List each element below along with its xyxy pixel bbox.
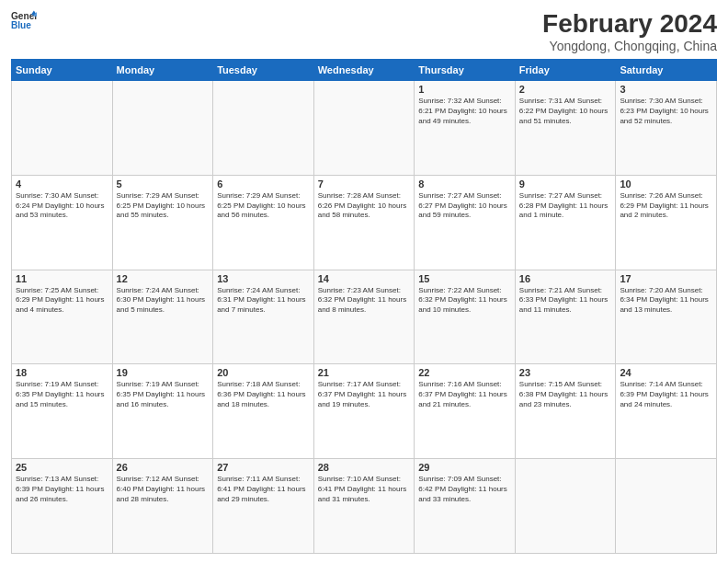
day-cell: 6Sunrise: 7:29 AM Sunset: 6:25 PM Daylig… — [213, 175, 314, 270]
day-cell: 23Sunrise: 7:15 AM Sunset: 6:38 PM Dayli… — [515, 364, 616, 459]
day-cell: 24Sunrise: 7:14 AM Sunset: 6:39 PM Dayli… — [616, 364, 717, 459]
day-cell: 16Sunrise: 7:21 AM Sunset: 6:33 PM Dayli… — [515, 270, 616, 364]
day-number: 10 — [620, 178, 712, 190]
day-cell: 26Sunrise: 7:12 AM Sunset: 6:40 PM Dayli… — [112, 459, 213, 554]
day-info: Sunrise: 7:32 AM Sunset: 6:21 PM Dayligh… — [418, 97, 511, 126]
week-row-2: 4Sunrise: 7:30 AM Sunset: 6:24 PM Daylig… — [12, 175, 717, 270]
day-cell — [515, 459, 616, 554]
header: General Blue February 2024 Yongdong, Cho… — [11, 9, 717, 53]
day-info: Sunrise: 7:30 AM Sunset: 6:23 PM Dayligh… — [620, 97, 712, 126]
page: General Blue February 2024 Yongdong, Cho… — [0, 0, 728, 563]
day-number: 4 — [16, 178, 108, 190]
day-info: Sunrise: 7:20 AM Sunset: 6:34 PM Dayligh… — [620, 286, 712, 316]
svg-text:Blue: Blue — [11, 20, 31, 30]
col-header-tuesday: Tuesday — [213, 60, 314, 81]
calendar-table: SundayMondayTuesdayWednesdayThursdayFrid… — [11, 59, 717, 554]
month-year: February 2024 — [542, 9, 717, 39]
day-info: Sunrise: 7:10 AM Sunset: 6:41 PM Dayligh… — [318, 475, 411, 504]
day-info: Sunrise: 7:19 AM Sunset: 6:35 PM Dayligh… — [16, 380, 108, 409]
day-cell: 15Sunrise: 7:22 AM Sunset: 6:32 PM Dayli… — [415, 270, 516, 364]
day-info: Sunrise: 7:14 AM Sunset: 6:39 PM Dayligh… — [620, 380, 712, 409]
day-number: 25 — [16, 462, 108, 473]
day-info: Sunrise: 7:09 AM Sunset: 6:42 PM Dayligh… — [418, 475, 511, 504]
day-cell: 14Sunrise: 7:23 AM Sunset: 6:32 PM Dayli… — [313, 270, 415, 364]
col-header-sunday: Sunday — [12, 60, 113, 81]
day-cell: 7Sunrise: 7:28 AM Sunset: 6:26 PM Daylig… — [313, 175, 415, 270]
day-cell — [12, 81, 113, 176]
day-info: Sunrise: 7:30 AM Sunset: 6:24 PM Dayligh… — [16, 191, 108, 221]
day-number: 19 — [117, 367, 210, 378]
day-cell — [112, 81, 213, 176]
day-cell: 8Sunrise: 7:27 AM Sunset: 6:27 PM Daylig… — [415, 175, 516, 270]
day-info: Sunrise: 7:12 AM Sunset: 6:40 PM Dayligh… — [117, 475, 210, 504]
day-cell: 22Sunrise: 7:16 AM Sunset: 6:37 PM Dayli… — [415, 364, 516, 459]
day-info: Sunrise: 7:31 AM Sunset: 6:22 PM Dayligh… — [519, 97, 612, 126]
day-cell: 1Sunrise: 7:32 AM Sunset: 6:21 PM Daylig… — [415, 81, 516, 176]
logo: General Blue — [11, 9, 37, 35]
day-number: 7 — [318, 178, 411, 190]
day-info: Sunrise: 7:15 AM Sunset: 6:38 PM Dayligh… — [519, 380, 612, 409]
title-block: February 2024 Yongdong, Chongqing, China — [542, 9, 717, 53]
day-cell: 17Sunrise: 7:20 AM Sunset: 6:34 PM Dayli… — [616, 270, 717, 364]
day-cell: 27Sunrise: 7:11 AM Sunset: 6:41 PM Dayli… — [213, 459, 314, 554]
day-cell: 28Sunrise: 7:10 AM Sunset: 6:41 PM Dayli… — [313, 459, 415, 554]
day-cell: 5Sunrise: 7:29 AM Sunset: 6:25 PM Daylig… — [112, 175, 213, 270]
day-cell: 19Sunrise: 7:19 AM Sunset: 6:35 PM Dayli… — [112, 364, 213, 459]
day-cell: 25Sunrise: 7:13 AM Sunset: 6:39 PM Dayli… — [12, 459, 113, 554]
week-row-4: 18Sunrise: 7:19 AM Sunset: 6:35 PM Dayli… — [12, 364, 717, 459]
day-cell: 13Sunrise: 7:24 AM Sunset: 6:31 PM Dayli… — [213, 270, 314, 364]
day-cell: 2Sunrise: 7:31 AM Sunset: 6:22 PM Daylig… — [515, 81, 616, 176]
week-row-1: 1Sunrise: 7:32 AM Sunset: 6:21 PM Daylig… — [12, 81, 717, 176]
day-info: Sunrise: 7:18 AM Sunset: 6:36 PM Dayligh… — [217, 380, 310, 409]
day-info: Sunrise: 7:24 AM Sunset: 6:31 PM Dayligh… — [217, 286, 310, 316]
day-info: Sunrise: 7:11 AM Sunset: 6:41 PM Dayligh… — [217, 475, 310, 504]
day-cell: 18Sunrise: 7:19 AM Sunset: 6:35 PM Dayli… — [12, 364, 113, 459]
day-info: Sunrise: 7:17 AM Sunset: 6:37 PM Dayligh… — [318, 380, 411, 409]
day-number: 11 — [16, 273, 108, 284]
day-cell — [313, 81, 415, 176]
day-cell: 9Sunrise: 7:27 AM Sunset: 6:28 PM Daylig… — [515, 175, 616, 270]
day-info: Sunrise: 7:21 AM Sunset: 6:33 PM Dayligh… — [519, 286, 612, 316]
day-cell: 20Sunrise: 7:18 AM Sunset: 6:36 PM Dayli… — [213, 364, 314, 459]
day-info: Sunrise: 7:28 AM Sunset: 6:26 PM Dayligh… — [318, 191, 411, 221]
day-number: 5 — [117, 178, 210, 190]
day-info: Sunrise: 7:26 AM Sunset: 6:29 PM Dayligh… — [620, 191, 712, 221]
location: Yongdong, Chongqing, China — [542, 39, 717, 53]
col-header-wednesday: Wednesday — [313, 60, 415, 81]
day-number: 14 — [318, 273, 411, 284]
day-info: Sunrise: 7:24 AM Sunset: 6:30 PM Dayligh… — [117, 286, 210, 316]
day-info: Sunrise: 7:16 AM Sunset: 6:37 PM Dayligh… — [418, 380, 511, 409]
day-number: 23 — [519, 367, 612, 378]
day-cell: 29Sunrise: 7:09 AM Sunset: 6:42 PM Dayli… — [415, 459, 516, 554]
col-header-thursday: Thursday — [415, 60, 516, 81]
logo-icon: General Blue — [11, 9, 37, 35]
day-number: 22 — [418, 367, 511, 378]
day-number: 3 — [620, 84, 712, 95]
day-cell — [213, 81, 314, 176]
day-number: 26 — [117, 462, 210, 473]
day-number: 2 — [519, 84, 612, 95]
day-number: 27 — [217, 462, 310, 473]
day-cell: 12Sunrise: 7:24 AM Sunset: 6:30 PM Dayli… — [112, 270, 213, 364]
calendar-header-row: SundayMondayTuesdayWednesdayThursdayFrid… — [12, 60, 717, 81]
day-cell: 4Sunrise: 7:30 AM Sunset: 6:24 PM Daylig… — [12, 175, 113, 270]
day-number: 16 — [519, 273, 612, 284]
week-row-3: 11Sunrise: 7:25 AM Sunset: 6:29 PM Dayli… — [12, 270, 717, 364]
day-cell: 11Sunrise: 7:25 AM Sunset: 6:29 PM Dayli… — [12, 270, 113, 364]
day-number: 29 — [418, 462, 511, 473]
day-cell: 21Sunrise: 7:17 AM Sunset: 6:37 PM Dayli… — [313, 364, 415, 459]
day-info: Sunrise: 7:22 AM Sunset: 6:32 PM Dayligh… — [418, 286, 511, 316]
day-info: Sunrise: 7:23 AM Sunset: 6:32 PM Dayligh… — [318, 286, 411, 316]
day-number: 9 — [519, 178, 612, 190]
week-row-5: 25Sunrise: 7:13 AM Sunset: 6:39 PM Dayli… — [12, 459, 717, 554]
day-info: Sunrise: 7:25 AM Sunset: 6:29 PM Dayligh… — [16, 286, 108, 316]
day-number: 17 — [620, 273, 712, 284]
day-number: 1 — [418, 84, 511, 95]
day-number: 6 — [217, 178, 310, 190]
day-number: 20 — [217, 367, 310, 378]
day-cell — [616, 459, 717, 554]
day-cell: 10Sunrise: 7:26 AM Sunset: 6:29 PM Dayli… — [616, 175, 717, 270]
day-number: 18 — [16, 367, 108, 378]
day-info: Sunrise: 7:29 AM Sunset: 6:25 PM Dayligh… — [117, 191, 210, 221]
day-number: 12 — [117, 273, 210, 284]
